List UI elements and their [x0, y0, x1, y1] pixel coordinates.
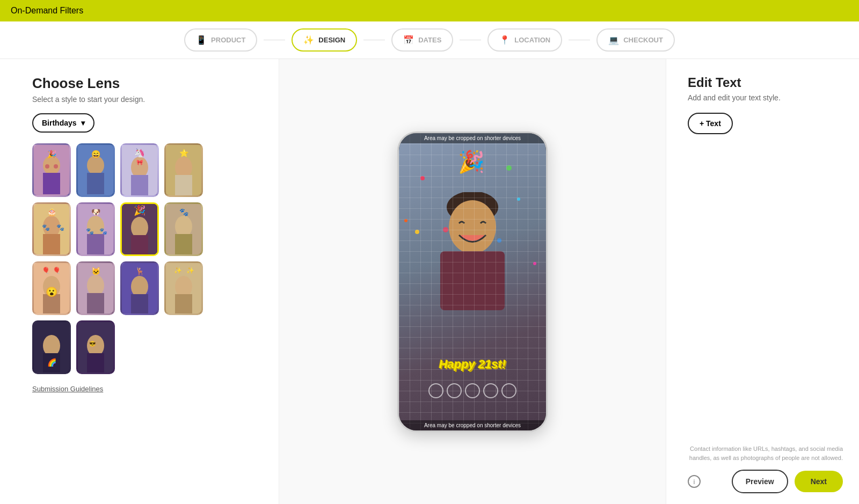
lens-item-selected[interactable]: 🎉 — [120, 202, 159, 256]
info-icon[interactable]: i — [688, 475, 701, 488]
category-label: Birthdays — [42, 119, 77, 127]
svg-point-5 — [54, 164, 58, 169]
right-panel: Edit Text Add and edit your text style. … — [666, 59, 859, 504]
lens-item[interactable]: 😎 — [76, 320, 115, 374]
svg-text:🐾: 🐾 — [56, 223, 64, 231]
product-icon: 📱 — [196, 35, 207, 45]
svg-text:🐱: 🐱 — [91, 267, 101, 276]
nav-connector-1 — [264, 40, 285, 40]
lens-preview: 🌈 — [34, 322, 69, 372]
nav-connector-4 — [569, 40, 590, 40]
step-dates[interactable]: 📅 DATES — [391, 28, 453, 52]
confetti — [420, 176, 425, 180]
phone-bottom-note: Area may be cropped on shorter devices — [399, 420, 546, 430]
birthday-text: Happy 21st! — [439, 357, 506, 371]
lens-preview: 🎈🎈 😮 — [34, 263, 69, 313]
svg-text:🌈: 🌈 — [47, 358, 57, 367]
lens-item[interactable]: 🐾 — [164, 202, 203, 256]
lens-item[interactable]: 🦄 🎀 — [120, 143, 159, 197]
dates-icon: 📅 — [403, 35, 414, 45]
svg-rect-8 — [87, 173, 104, 194]
checkout-icon: 💻 — [608, 35, 619, 45]
step-design-label: DESIGN — [318, 36, 345, 44]
submission-guidelines-link[interactable]: Submission Guidelines — [32, 385, 263, 393]
confetti — [517, 198, 520, 201]
lens-item[interactable]: ✨✨ — [164, 261, 203, 315]
face-person — [430, 192, 515, 312]
svg-text:🐾: 🐾 — [179, 208, 189, 217]
svg-rect-27 — [87, 234, 104, 254]
svg-text:🎂: 🎂 — [47, 208, 57, 217]
lens-preview: 😄 — [78, 145, 113, 195]
confetti — [506, 165, 512, 171]
lens-grid: 🎉 😄 — [32, 143, 263, 374]
svg-rect-47 — [87, 293, 104, 313]
lens-preview: 🐱 — [78, 263, 113, 313]
left-panel: Choose Lens Select a style to start your… — [0, 59, 279, 504]
svg-point-68 — [443, 227, 448, 232]
center-panel: Area may be cropped on shorter devices 🎉 — [279, 59, 666, 504]
lens-item[interactable]: 🎉 — [32, 143, 71, 197]
step-location[interactable]: 📍 LOCATION — [487, 28, 562, 52]
lens-item[interactable]: 🐱 — [76, 261, 115, 315]
nav-connector-2 — [363, 40, 385, 40]
lens-item[interactable]: ⭐ — [164, 143, 203, 197]
step-checkout-label: CHECKOUT — [623, 36, 663, 44]
svg-point-69 — [497, 238, 501, 243]
lens-preview: ✨✨ — [166, 263, 201, 313]
preview-button[interactable]: Preview — [732, 470, 788, 493]
svg-point-66 — [447, 192, 498, 223]
category-dropdown[interactable]: Birthdays ▾ — [32, 113, 94, 133]
svg-text:🐾: 🐾 — [86, 227, 94, 235]
confetti — [404, 219, 407, 222]
main-area: Choose Lens Select a style to start your… — [0, 59, 859, 504]
svg-text:🎀: 🎀 — [136, 159, 143, 166]
edit-text-subtitle: Add and edit your text style. — [688, 93, 843, 102]
lens-preview: ⭐ — [166, 145, 201, 195]
add-text-button[interactable]: + Text — [688, 113, 733, 134]
svg-text:😎: 😎 — [89, 340, 96, 347]
step-design[interactable]: ✨ DESIGN — [292, 28, 357, 52]
lens-item[interactable]: 🐶 🐾🐾 — [76, 202, 115, 256]
bottom-bar: Contact information like URLs, hashtags,… — [688, 434, 843, 493]
svg-text:🦄: 🦄 — [134, 148, 145, 158]
lens-item[interactable]: 😄 — [76, 143, 115, 197]
bottom-actions: i Preview Next — [688, 470, 843, 493]
svg-text:🐾: 🐾 — [99, 227, 107, 235]
step-location-label: LOCATION — [514, 36, 550, 44]
svg-text:😮: 😮 — [46, 286, 58, 298]
nav-connector-3 — [460, 40, 481, 40]
lens-item[interactable]: 🎈🎈 😮 — [32, 261, 71, 315]
phone-preview-area: Area may be cropped on shorter devices 🎉 — [399, 133, 546, 430]
svg-rect-70 — [440, 251, 505, 310]
svg-text:🐶: 🐶 — [91, 208, 101, 217]
svg-rect-2 — [43, 173, 60, 194]
lens-preview: 🦄 🎀 — [122, 145, 157, 195]
step-product[interactable]: 📱 PRODUCT — [184, 28, 257, 52]
confetti — [415, 230, 419, 234]
step-product-label: PRODUCT — [211, 36, 245, 44]
svg-rect-55 — [175, 294, 192, 313]
phone-top-note: Area may be cropped on shorter devices — [399, 133, 546, 143]
lens-preview: 😎 — [78, 322, 113, 372]
snap-circles — [428, 383, 516, 398]
step-checkout[interactable]: 💻 CHECKOUT — [596, 28, 675, 52]
edit-text-heading: Edit Text — [688, 75, 843, 90]
dropdown-chevron: ▾ — [81, 119, 85, 127]
lens-preview: 🎉 — [122, 204, 157, 254]
lens-preview: 🎂 🐾🐾 — [34, 204, 69, 254]
snap-circle — [428, 383, 443, 398]
choose-lens-heading: Choose Lens — [32, 75, 263, 92]
svg-rect-51 — [131, 294, 148, 313]
svg-point-4 — [45, 164, 49, 169]
next-button[interactable]: Next — [795, 471, 843, 492]
svg-point-67 — [449, 200, 496, 254]
lens-item[interactable]: 🎂 🐾🐾 — [32, 202, 71, 256]
svg-text:🎈: 🎈 — [53, 266, 61, 274]
snap-circle — [465, 383, 480, 398]
lens-preview: 🐶 🐾🐾 — [78, 204, 113, 254]
lens-item[interactable]: 🌈 — [32, 320, 71, 374]
lens-preview: 🦌 — [122, 263, 157, 313]
lens-preview: 🐾 — [166, 204, 201, 254]
lens-item[interactable]: 🦌 — [120, 261, 159, 315]
